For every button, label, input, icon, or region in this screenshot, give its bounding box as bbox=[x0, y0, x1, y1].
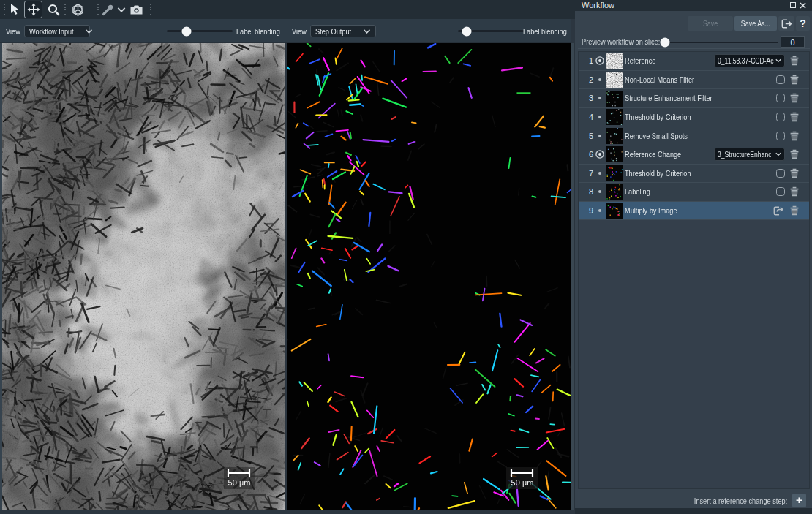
svg-text:50 µm: 50 µm bbox=[511, 478, 534, 487]
svg-text:50 µm: 50 µm bbox=[228, 478, 251, 487]
